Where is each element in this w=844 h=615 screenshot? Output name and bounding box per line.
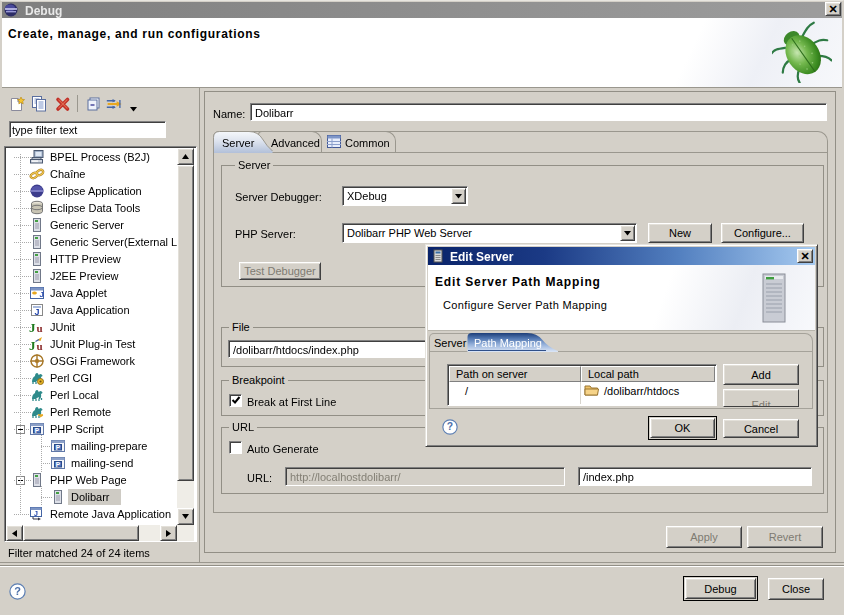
svg-text:J: J — [34, 510, 38, 517]
svg-text:P: P — [35, 427, 40, 434]
svg-text:J: J — [40, 290, 44, 299]
svg-text:u: u — [37, 322, 43, 334]
svg-text:?: ? — [447, 421, 453, 432]
svg-text:J: J — [29, 338, 36, 352]
svg-text:P: P — [56, 444, 61, 451]
svg-text:?: ? — [14, 585, 21, 597]
svg-text:J: J — [29, 320, 36, 335]
svg-text:J: J — [34, 307, 39, 317]
svg-text:u: u — [37, 340, 43, 352]
svg-text:P: P — [56, 461, 61, 468]
